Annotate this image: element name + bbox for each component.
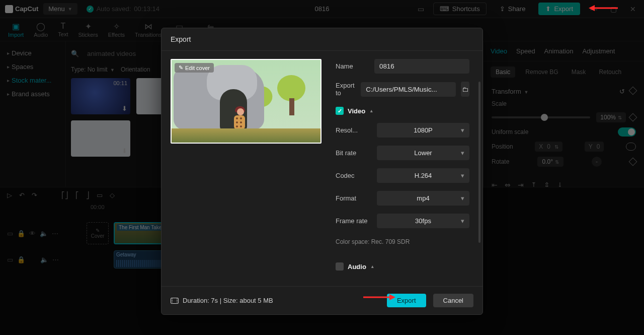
- pencil-icon: ✎: [179, 64, 183, 71]
- edit-cover-label: Edit cover: [185, 65, 210, 71]
- scrollbar[interactable]: [478, 82, 480, 243]
- bitrate-label: Bit rate: [336, 149, 372, 157]
- codec-select[interactable]: H.264: [377, 168, 469, 183]
- framerate-select[interactable]: 30fps: [377, 214, 469, 228]
- folder-icon: 🗀: [462, 86, 468, 93]
- svg-marker-3: [389, 294, 395, 300]
- name-label: Name: [336, 62, 369, 70]
- export-dialog: Export ✎ Edit cover Name Expor: [161, 28, 483, 315]
- cancel-button[interactable]: Cancel: [433, 294, 473, 307]
- resolution-label: Resol...: [336, 126, 372, 134]
- export-preview: ✎ Edit cover: [171, 59, 321, 144]
- format-select[interactable]: mp4: [377, 191, 469, 206]
- duration-size-info: Duration: 7s | Size: about 5 MB: [183, 297, 273, 304]
- edit-cover-button[interactable]: ✎ Edit cover: [175, 63, 214, 73]
- exportto-label: Export to: [336, 82, 356, 97]
- colorspace-note: Color space: Rec. 709 SDR: [336, 238, 469, 245]
- filmstrip-icon: [171, 298, 179, 304]
- name-input[interactable]: [374, 59, 469, 74]
- svg-marker-1: [589, 5, 595, 11]
- bitrate-select[interactable]: Lower: [377, 146, 469, 160]
- dialog-title: Export: [162, 28, 482, 51]
- audio-section-label: Audio: [348, 263, 366, 271]
- framerate-label: Frame rate: [336, 217, 372, 225]
- exportto-input[interactable]: [361, 82, 456, 97]
- chevron-up-icon: ▴: [371, 264, 374, 269]
- checkbox-checked-icon: ✓: [336, 107, 344, 115]
- resolution-select[interactable]: 1080P: [377, 123, 469, 138]
- audio-section-toggle[interactable]: Audio ▴: [336, 262, 469, 271]
- format-label: Format: [336, 194, 372, 202]
- checkbox-unchecked-icon: [336, 262, 344, 271]
- chevron-up-icon: ▴: [370, 108, 373, 113]
- browse-folder-button[interactable]: 🗀: [461, 82, 469, 97]
- video-section-toggle[interactable]: ✓ Video ▴: [336, 107, 469, 115]
- annotation-arrow: [589, 3, 619, 13]
- codec-label: Codec: [336, 172, 372, 179]
- annotation-arrow: [362, 292, 395, 302]
- video-section-label: Video: [348, 107, 365, 115]
